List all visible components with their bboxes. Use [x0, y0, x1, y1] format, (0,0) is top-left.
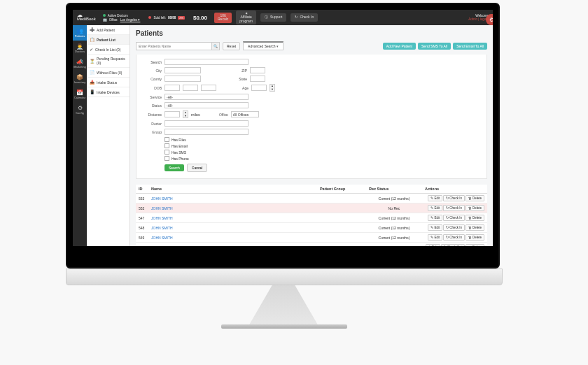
- rail-calendar[interactable]: 📅Calendar: [73, 87, 87, 102]
- rail-marketing[interactable]: 📣Marketing: [73, 56, 87, 71]
- filter-state-select[interactable]: [250, 76, 265, 82]
- delete-button[interactable]: 🗑Delete: [465, 215, 484, 221]
- filter-age-input[interactable]: [251, 85, 267, 91]
- search-button[interactable]: Search: [164, 164, 184, 171]
- filter-county-input[interactable]: [164, 76, 201, 82]
- chk-has-sms[interactable]: [164, 150, 169, 155]
- patient-link[interactable]: JOHN SMITH: [151, 206, 173, 210]
- trash-icon: 🗑: [468, 226, 472, 229]
- chk-has-phone[interactable]: [164, 156, 169, 161]
- filter-service-select[interactable]: -All-: [164, 94, 248, 100]
- sn-checkin-list[interactable]: ✔Check In List (0): [87, 45, 130, 55]
- filter-status-select[interactable]: -All-: [164, 102, 248, 108]
- filter-dob-m[interactable]: [164, 85, 180, 91]
- checkin-row-button[interactable]: ↻Check In: [443, 195, 465, 201]
- lbl-county: County: [142, 77, 162, 81]
- sn-patient-list[interactable]: 📋Patient List: [87, 35, 130, 45]
- filter-distance-input[interactable]: [164, 111, 180, 117]
- checkin-icon: ↻: [446, 226, 449, 229]
- pencil-icon: ✎: [430, 206, 433, 210]
- edit-button[interactable]: ✎Edit: [428, 195, 442, 201]
- office-label: Office:: [109, 18, 118, 22]
- search-input[interactable]: [136, 42, 211, 50]
- edit-button[interactable]: ✎Edit: [426, 244, 440, 246]
- checkin-icon: ↻: [295, 15, 298, 20]
- recalc-button[interactable]: 106 Recalc: [214, 13, 232, 23]
- delete-button[interactable]: 🗑Delete: [465, 224, 484, 231]
- search-submit-button[interactable]: 🔍: [211, 42, 220, 50]
- distance-stepper[interactable]: ▲▼: [183, 110, 188, 118]
- lbl-age: Age: [234, 86, 248, 90]
- checkin-icon: ↻: [446, 206, 449, 210]
- chk-has-email[interactable]: [164, 143, 169, 148]
- add-new-patient-button[interactable]: Add New Patient: [383, 43, 416, 50]
- rail-config[interactable]: ⚙Config: [73, 102, 87, 117]
- patients-table: ID Name Patient Group Rec Status Actions…: [136, 185, 487, 246]
- sn-intake-devices[interactable]: 📱Intake Devices: [87, 87, 130, 97]
- col-rec[interactable]: Rec Status: [366, 185, 422, 194]
- delete-button[interactable]: 🗑Delete: [465, 244, 484, 246]
- filter-doctor-input[interactable]: [164, 120, 248, 127]
- sn-intake-status[interactable]: 📥Intake Status: [87, 78, 130, 87]
- rail-inventory[interactable]: 📦Inventory: [73, 71, 87, 87]
- send-sms-all-button[interactable]: Send SMS To All: [418, 43, 451, 50]
- age-stepper[interactable]: ▲▼: [270, 84, 275, 92]
- rail-patients[interactable]: 👥Patients: [73, 25, 87, 41]
- send-email-all-button[interactable]: Send Email To All: [453, 43, 487, 50]
- cell-rec: Current (12 months): [366, 223, 422, 233]
- col-name[interactable]: Name: [148, 185, 317, 194]
- sn-add-patient[interactable]: ➕Add Patient: [87, 25, 130, 35]
- filter-dob-d[interactable]: [183, 85, 198, 91]
- delete-button[interactable]: 🗑Delete: [465, 205, 484, 211]
- filter-group-input[interactable]: [164, 129, 248, 135]
- sn-without-files[interactable]: 📄Without Files (0): [87, 68, 130, 78]
- edit-button[interactable]: ✎Edit: [428, 215, 442, 221]
- checkin-row-button[interactable]: ↻Check In: [443, 205, 465, 211]
- pencil-icon: ✎: [430, 216, 433, 220]
- rail-doctors[interactable]: 👨‍⚕️Doctors: [73, 41, 87, 56]
- cancel-button[interactable]: Cancel: [187, 164, 208, 172]
- info-icon: ⓘ: [265, 15, 268, 20]
- delete-button[interactable]: 🗑Delete: [465, 234, 484, 241]
- lbl-state: State: [233, 77, 247, 81]
- affiliate-button[interactable]: ✷ Affiliate program: [236, 10, 256, 25]
- support-button[interactable]: ⓘ Support: [260, 13, 287, 22]
- advanced-search-toggle[interactable]: Advanced Search: [243, 41, 284, 50]
- col-group[interactable]: Patient Group: [317, 185, 366, 194]
- rail-config-icon: ⚙: [73, 105, 87, 111]
- lbl-has-files: Has Files: [172, 138, 186, 142]
- checkin-row-button[interactable]: ↻Check In: [443, 234, 465, 241]
- patient-link[interactable]: JOHN SMITH: [151, 236, 173, 240]
- delete-button[interactable]: 🗑Delete: [465, 195, 484, 201]
- filter-dob-y[interactable]: [201, 85, 216, 91]
- col-id[interactable]: ID: [136, 185, 148, 194]
- cell-group: [317, 243, 366, 247]
- cell-rec: Current (12 months): [366, 233, 422, 243]
- patient-link[interactable]: JOHN SMITH: [151, 245, 173, 247]
- patient-link[interactable]: JOHN SMITH: [151, 226, 173, 230]
- chk-has-files[interactable]: [164, 137, 169, 142]
- checkin-row-button[interactable]: ↻Check In: [443, 224, 465, 231]
- checkin-row-button[interactable]: ↻Check In: [443, 215, 465, 221]
- checkin-row-button[interactable]: ↻Check Out: [441, 244, 465, 246]
- filter-search-input[interactable]: [164, 59, 248, 65]
- patient-link[interactable]: JOHN SMITH: [151, 216, 173, 220]
- rail-inventory-icon: 📦: [73, 74, 87, 80]
- filter-office-select[interactable]: All Offices: [231, 111, 259, 117]
- edit-button[interactable]: ✎Edit: [428, 224, 442, 231]
- edit-button[interactable]: ✎Edit: [428, 234, 442, 241]
- table-row: 548JOHN SMITHCurrent (12 months)✎Edit↻Ch…: [136, 223, 487, 233]
- checkin-button[interactable]: ↻ Check In: [290, 13, 318, 22]
- edit-button[interactable]: ✎Edit: [428, 205, 442, 211]
- cell-id: 553: [136, 194, 148, 203]
- filter-zip-input[interactable]: [250, 67, 265, 73]
- settings-gear-button[interactable]: ⚙: [486, 14, 493, 25]
- pencil-icon: ✎: [430, 196, 433, 200]
- filter-city-input[interactable]: [164, 67, 201, 73]
- patient-link[interactable]: JOHN SMITH: [151, 196, 173, 201]
- top-status-block: Active Doctors 🏢 Office: Los Angeles ▾: [103, 14, 141, 22]
- topbar: ☁ MediBook Active Doctors 🏢 Office: Los …: [73, 10, 493, 25]
- reset-button[interactable]: Reset: [223, 42, 240, 50]
- office-switcher[interactable]: Los Angeles ▾: [120, 18, 141, 22]
- sn-pending[interactable]: ⏳Pending Requests (0): [87, 55, 130, 68]
